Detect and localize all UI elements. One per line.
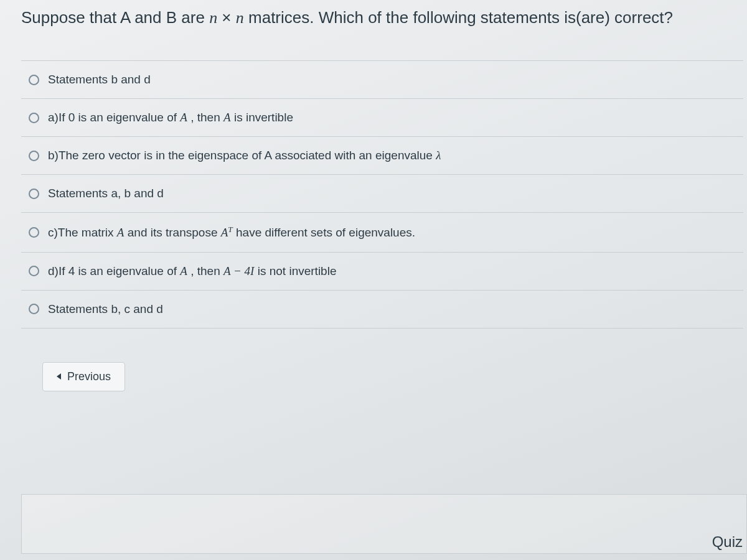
radio-option-6[interactable] <box>29 266 39 276</box>
answer-option-2[interactable]: a)If 0 is an eigenvalue of A , then A is… <box>21 99 743 137</box>
option-3-label: b)The zero vector is in the eigenspace o… <box>48 149 441 162</box>
answer-option-1[interactable]: Statements b and d <box>21 61 743 99</box>
answer-option-3[interactable]: b)The zero vector is in the eigenspace o… <box>21 137 743 175</box>
nav-row: Previous <box>42 362 722 391</box>
math-n-2: n <box>236 9 244 27</box>
question-prefix: Suppose that A and B are <box>21 8 209 27</box>
option-6-A: A <box>180 264 187 278</box>
previous-button[interactable]: Previous <box>42 362 125 391</box>
math-times: × <box>222 8 231 27</box>
radio-option-7[interactable] <box>29 304 39 314</box>
chevron-left-icon <box>57 373 61 380</box>
option-2-A1: A <box>180 111 187 124</box>
math-n-1: n <box>209 9 217 27</box>
option-3-pre: b)The zero vector is in the eigenspace o… <box>48 149 436 162</box>
question-block: Suppose that A and B are n × n matrices.… <box>21 6 747 391</box>
quiz-label: Quiz <box>712 533 743 551</box>
quiz-page: Suppose that A and B are n × n matrices.… <box>0 0 747 560</box>
radio-option-5[interactable] <box>29 227 39 238</box>
option-5-label: c)The matrix A and its transpose AT have… <box>48 225 415 240</box>
radio-option-2[interactable] <box>29 113 39 123</box>
radio-option-3[interactable] <box>29 151 39 161</box>
radio-option-4[interactable] <box>29 189 39 199</box>
option-5-post: have different sets of eigenvalues. <box>236 226 415 240</box>
answer-option-5[interactable]: c)The matrix A and its transpose AT have… <box>21 213 743 252</box>
option-5-T: T <box>228 225 232 234</box>
option-5-mid: and its transpose <box>124 226 220 240</box>
answer-list: Statements b and d a)If 0 is an eigenval… <box>21 60 743 328</box>
option-2-pre: a)If 0 is an eigenvalue of <box>48 111 180 124</box>
option-2-post: is invertible <box>231 111 293 124</box>
option-2-A2: A <box>223 111 231 124</box>
option-6-pre: d)If 4 is an eigenvalue of <box>48 264 180 278</box>
option-1-label: Statements b and d <box>48 73 151 86</box>
radio-option-1[interactable] <box>29 75 39 85</box>
option-5-A1: A <box>117 226 125 240</box>
option-5-pre: c)The matrix <box>48 226 117 240</box>
option-6-post: is not invertible <box>254 264 336 278</box>
option-6-label: d)If 4 is an eigenvalue of A , then A − … <box>48 264 336 278</box>
option-3-lambda: λ <box>436 149 441 162</box>
question-mid: matrices. Which of the following stateme… <box>248 8 673 27</box>
previous-button-label: Previous <box>67 370 111 383</box>
option-7-label: Statements b, c and d <box>48 302 163 316</box>
option-5-A2: A <box>221 226 228 240</box>
option-6-A4I: A − 4I <box>223 264 254 278</box>
answer-option-4[interactable]: Statements a, b and d <box>21 175 743 213</box>
answer-option-7[interactable]: Statements b, c and d <box>21 291 743 329</box>
answer-option-6[interactable]: d)If 4 is an eigenvalue of A , then A − … <box>21 253 743 291</box>
option-4-label: Statements a, b and d <box>48 187 164 200</box>
question-text: Suppose that A and B are n × n matrices.… <box>21 6 743 29</box>
option-6-mid: , then <box>187 264 223 278</box>
footer-box: Quiz <box>21 494 747 554</box>
option-2-label: a)If 0 is an eigenvalue of A , then A is… <box>48 111 293 124</box>
option-2-mid: , then <box>187 111 223 124</box>
